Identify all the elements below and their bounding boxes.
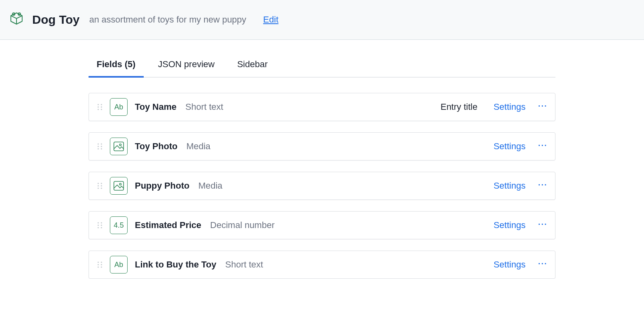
edit-link[interactable]: Edit	[263, 14, 279, 25]
settings-link[interactable]: Settings	[493, 220, 526, 230]
tab-json-preview[interactable]: JSON preview	[158, 59, 215, 77]
settings-link[interactable]: Settings	[493, 102, 526, 112]
content-type-icon	[8, 10, 25, 29]
svg-point-3	[101, 104, 102, 105]
svg-point-13	[101, 148, 102, 149]
field-row[interactable]: AbToy NameShort textEntry titleSettings·…	[89, 93, 555, 121]
svg-point-2	[97, 104, 99, 105]
svg-point-21	[101, 187, 102, 189]
svg-point-5	[101, 106, 102, 107]
media-icon	[110, 177, 128, 195]
svg-point-8	[97, 143, 99, 144]
text-icon-label: Ab	[114, 261, 123, 269]
svg-point-6	[97, 109, 99, 110]
svg-point-33	[101, 264, 102, 265]
field-type: Decimal number	[210, 220, 275, 230]
entry-title-badge: Entry title	[440, 102, 477, 112]
svg-point-23	[120, 183, 121, 185]
field-name: Toy Photo	[135, 141, 178, 152]
svg-point-31	[101, 261, 102, 263]
svg-point-15	[120, 144, 121, 146]
field-row[interactable]: AbLink to Buy the ToyShort textSettings·…	[89, 251, 555, 279]
more-actions-icon[interactable]: ···	[538, 179, 547, 193]
svg-point-4	[97, 106, 99, 107]
content-area: Fields (5) JSON preview Sidebar AbToy Na…	[89, 40, 555, 279]
svg-rect-14	[114, 142, 124, 151]
svg-point-24	[97, 222, 99, 223]
svg-point-25	[101, 222, 102, 223]
svg-point-32	[97, 264, 99, 265]
text-icon: Ab	[110, 256, 128, 274]
field-row[interactable]: 4.5Estimated PriceDecimal numberSettings…	[89, 211, 555, 239]
tabs: Fields (5) JSON preview Sidebar	[89, 59, 555, 78]
text-icon: Ab	[110, 98, 128, 116]
svg-point-11	[101, 146, 102, 147]
svg-point-35	[101, 266, 102, 267]
drag-handle-icon[interactable]	[97, 261, 103, 269]
page-title: Dog Toy	[32, 13, 80, 27]
svg-point-17	[101, 183, 102, 184]
svg-point-10	[97, 146, 99, 147]
page-description: an assortment of toys for my new puppy	[89, 14, 246, 25]
settings-link[interactable]: Settings	[493, 141, 526, 152]
field-type: Short text	[225, 259, 263, 270]
more-actions-icon[interactable]: ···	[538, 218, 547, 232]
settings-link[interactable]: Settings	[493, 181, 526, 191]
svg-point-30	[97, 261, 99, 263]
svg-point-29	[101, 227, 102, 228]
media-icon	[110, 138, 128, 155]
page-header: Dog Toy an assortment of toys for my new…	[0, 0, 644, 40]
svg-point-12	[97, 148, 99, 149]
svg-point-28	[97, 227, 99, 228]
field-type: Short text	[186, 102, 223, 112]
field-row[interactable]: Puppy PhotoMediaSettings···	[89, 172, 555, 200]
svg-point-16	[97, 183, 99, 184]
drag-handle-icon[interactable]	[97, 182, 103, 190]
field-type: Media	[198, 181, 223, 191]
field-name: Puppy Photo	[135, 181, 190, 191]
field-name: Link to Buy the Toy	[135, 259, 216, 270]
drag-handle-icon[interactable]	[97, 221, 103, 229]
field-name: Estimated Price	[135, 220, 201, 230]
decimal-icon: 4.5	[110, 216, 128, 234]
field-name: Toy Name	[135, 102, 177, 112]
drag-handle-icon[interactable]	[97, 142, 103, 150]
svg-point-34	[97, 266, 99, 267]
svg-point-18	[97, 185, 99, 186]
drag-handle-icon[interactable]	[97, 103, 103, 111]
more-actions-icon[interactable]: ···	[538, 100, 547, 114]
svg-point-26	[97, 224, 99, 226]
fields-list: AbToy NameShort textEntry titleSettings·…	[89, 93, 555, 279]
more-actions-icon[interactable]: ···	[538, 257, 547, 272]
tab-sidebar[interactable]: Sidebar	[237, 59, 268, 77]
svg-point-9	[101, 143, 102, 144]
field-row[interactable]: Toy PhotoMediaSettings···	[89, 132, 555, 160]
tab-fields[interactable]: Fields (5)	[97, 59, 136, 77]
svg-point-7	[101, 109, 102, 110]
field-type: Media	[186, 141, 211, 152]
svg-point-20	[97, 187, 99, 189]
more-actions-icon[interactable]: ···	[538, 139, 547, 154]
svg-rect-22	[114, 181, 124, 190]
settings-link[interactable]: Settings	[493, 259, 526, 270]
svg-point-27	[101, 224, 102, 226]
decimal-icon-label: 4.5	[114, 221, 124, 230]
text-icon-label: Ab	[114, 103, 123, 111]
svg-point-19	[101, 185, 102, 186]
